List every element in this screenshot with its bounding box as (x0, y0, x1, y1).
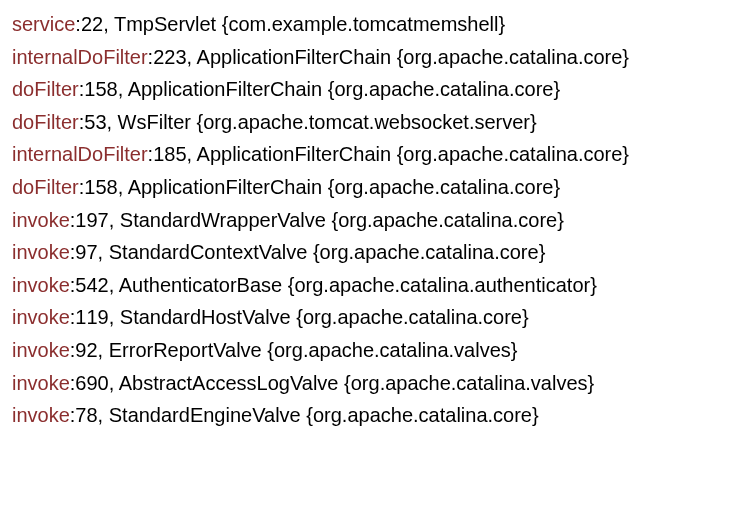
stack-frame: doFilter:158, ApplicationFilterChain {or… (12, 171, 730, 204)
stack-frame: doFilter:53, WsFilter {org.apache.tomcat… (12, 106, 730, 139)
stack-frame: service:22, TmpServlet {com.example.tomc… (12, 8, 730, 41)
stack-frame: invoke:97, StandardContextValve {org.apa… (12, 236, 730, 269)
frame-detail: :542, AuthenticatorBase {org.apache.cata… (70, 274, 597, 296)
stack-frame: invoke:197, StandardWrapperValve {org.ap… (12, 204, 730, 237)
frame-detail: :690, AbstractAccessLogValve {org.apache… (70, 372, 594, 394)
method-name: invoke (12, 339, 70, 361)
method-name: invoke (12, 274, 70, 296)
frame-detail: :223, ApplicationFilterChain {org.apache… (148, 46, 629, 68)
stack-frame: invoke:78, StandardEngineValve {org.apac… (12, 399, 730, 432)
method-name: internalDoFilter (12, 143, 148, 165)
stack-frame: internalDoFilter:185, ApplicationFilterC… (12, 138, 730, 171)
stack-frame: invoke:690, AbstractAccessLogValve {org.… (12, 367, 730, 400)
frame-detail: :185, ApplicationFilterChain {org.apache… (148, 143, 629, 165)
stack-frame: invoke:119, StandardHostValve {org.apach… (12, 301, 730, 334)
method-name: service (12, 13, 75, 35)
stack-frame: invoke:542, AuthenticatorBase {org.apach… (12, 269, 730, 302)
method-name: invoke (12, 306, 70, 328)
method-name: doFilter (12, 176, 79, 198)
stack-frame: internalDoFilter:223, ApplicationFilterC… (12, 41, 730, 74)
stack-frame: invoke:92, ErrorReportValve {org.apache.… (12, 334, 730, 367)
frame-detail: :197, StandardWrapperValve {org.apache.c… (70, 209, 564, 231)
frame-detail: :92, ErrorReportValve {org.apache.catali… (70, 339, 518, 361)
stack-frame: doFilter:158, ApplicationFilterChain {or… (12, 73, 730, 106)
method-name: invoke (12, 404, 70, 426)
frame-detail: :22, TmpServlet {com.example.tomcatmemsh… (75, 13, 505, 35)
method-name: invoke (12, 209, 70, 231)
frame-detail: :158, ApplicationFilterChain {org.apache… (79, 176, 560, 198)
method-name: invoke (12, 241, 70, 263)
frame-detail: :119, StandardHostValve {org.apache.cata… (70, 306, 529, 328)
frame-detail: :158, ApplicationFilterChain {org.apache… (79, 78, 560, 100)
method-name: invoke (12, 372, 70, 394)
method-name: doFilter (12, 111, 79, 133)
method-name: internalDoFilter (12, 46, 148, 68)
frame-detail: :53, WsFilter {org.apache.tomcat.websock… (79, 111, 537, 133)
frame-detail: :78, StandardEngineValve {org.apache.cat… (70, 404, 539, 426)
method-name: doFilter (12, 78, 79, 100)
frame-detail: :97, StandardContextValve {org.apache.ca… (70, 241, 546, 263)
